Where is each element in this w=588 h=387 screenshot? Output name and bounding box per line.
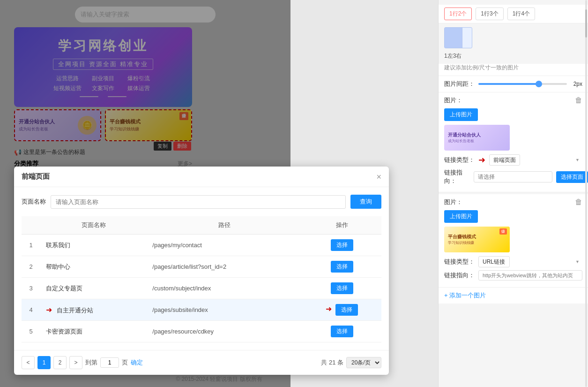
link-type-label-1: 链接类型： xyxy=(444,156,475,164)
spacing-row: 图片间距： 2px xyxy=(439,76,588,92)
link-type-row-2: 链接类型： URL链接 xyxy=(444,256,582,267)
table-row-highlighted: 4 ➜ 自主开通分站 /pages/subsite/index ➜ 选择 xyxy=(22,299,381,321)
table-cell-path-4: /pages/subsite/index xyxy=(147,299,302,321)
link-type-select-wrap-2: URL链接 xyxy=(478,256,582,267)
modal-title: 前端页面 xyxy=(22,172,50,181)
table-cell-name-5: 卡密资源页面 xyxy=(40,321,147,342)
red-arrow-icon-1: ➜ xyxy=(478,155,485,165)
link-type-select-wrap-1: 前端页面 xyxy=(489,154,582,166)
total-count: 共 21 条 xyxy=(321,358,343,367)
table-header-action: 操作 xyxy=(302,216,381,235)
image-preview-2: 平台赚钱模式 学习知识钱钱赚 赚 xyxy=(444,227,510,252)
add-image-button[interactable]: + 添加一个图片 xyxy=(439,288,588,304)
table-cell-id-4: 4 xyxy=(22,299,40,321)
modal-query-button[interactable]: 查询 xyxy=(350,195,381,209)
image-section-2-title: 图片： xyxy=(444,198,462,206)
right-panel: 1行2个 1行3个 1行4个 1左3右 建议添加比例/尺寸一致的图片 图片间距：… xyxy=(438,0,588,387)
upload-btn-2[interactable]: 上传图片 xyxy=(444,210,478,223)
slider-thumb[interactable] xyxy=(536,81,542,87)
select-button-4[interactable]: 选择 xyxy=(335,304,358,316)
modal-body: 页面名称 查询 页面名称 路径 操作 1 联系我们 /pages/my/cont… xyxy=(14,187,389,350)
modal-search-input[interactable] xyxy=(51,195,346,209)
layout-tab-1x2[interactable]: 1行2个 xyxy=(444,8,472,20)
table-row: 5 卡密资源页面 /pages/resource/cdkey 选择 xyxy=(22,321,381,342)
right-panel-scrollbar[interactable] xyxy=(585,0,588,387)
image-section-2-header: 图片： 🗑 xyxy=(444,198,582,206)
link-type-row-1: 链接类型： ➜ 前端页面 xyxy=(444,154,582,166)
layout-thumbnail xyxy=(444,27,472,48)
suggestion-text: 建议添加比例/尺寸一致的图片 xyxy=(439,64,588,76)
upload-btn-1[interactable]: 上传图片 xyxy=(444,108,478,121)
layout-tabs: 1行2个 1行3个 1行4个 xyxy=(439,5,588,23)
image-section-1-title: 图片： xyxy=(444,96,462,105)
table-cell-path-1: /pages/my/contact xyxy=(147,235,302,256)
table-cell-id-3: 3 xyxy=(22,278,40,299)
spacing-slider[interactable] xyxy=(478,83,567,85)
page-1-button[interactable]: 1 xyxy=(37,356,51,369)
table-cell-path-2: /pages/article/list?sort_id=2 xyxy=(147,256,302,278)
next-page-button[interactable]: > xyxy=(69,356,82,369)
page-goto-input[interactable] xyxy=(100,357,119,368)
table-header-row: 页面名称 路径 操作 xyxy=(22,216,381,235)
row-arrow-icon: ➜ xyxy=(46,305,52,314)
layout-thumb-left xyxy=(445,28,462,48)
image-section-1-header: 图片： 🗑 xyxy=(444,96,582,105)
scrollbar-track xyxy=(585,0,587,387)
scrollbar-thumb[interactable] xyxy=(585,9,587,38)
modal-close-button[interactable]: × xyxy=(376,173,381,181)
layout-label: 1左3右 xyxy=(439,52,588,64)
link-direction-row-1: 链接指向： 选择页面 xyxy=(444,168,582,185)
image-section-1: 图片： 🗑 上传图片 开通分站合伙人 成为站长告老板 链接类型： ➜ 前端页面 … xyxy=(439,92,588,192)
page-unit: 页 xyxy=(122,358,128,367)
modal-table: 页面名称 路径 操作 1 联系我们 /pages/my/contact 选择 2… xyxy=(22,216,381,342)
table-cell-action-2: 选择 xyxy=(302,256,381,278)
modal-header: 前端页面 × xyxy=(14,167,389,187)
table-cell-name-1: 联系我们 xyxy=(40,235,147,256)
link-direction-label-2: 链接指向： xyxy=(444,271,475,280)
per-page-select[interactable]: 20条/页 xyxy=(346,357,381,368)
link-direction-input-2[interactable] xyxy=(478,270,582,281)
spacing-label: 图片间距： xyxy=(444,80,475,88)
goto-label: 到第 xyxy=(85,358,97,367)
table-cell-id-2: 2 xyxy=(22,256,40,278)
img2-title: 平台赚钱模式 xyxy=(448,234,506,240)
layout-thumb-right xyxy=(462,28,472,48)
image-section-2: 图片： 🗑 上传图片 平台赚钱模式 学习知识钱钱赚 赚 链接类型： URL链接 … xyxy=(439,194,588,288)
select-button-3[interactable]: 选择 xyxy=(331,282,353,294)
table-cell-name-3: 自定义专题页 xyxy=(40,278,147,299)
layout-tab-1x3[interactable]: 1行3个 xyxy=(476,8,503,20)
table-cell-name-4: ➜ 自主开通分站 xyxy=(40,299,147,321)
table-cell-action-1: 选择 xyxy=(302,235,381,256)
table-cell-name-2: 帮助中心 xyxy=(40,256,147,278)
image-preview-1: 开通分站合伙人 成为站长告老板 xyxy=(444,125,510,151)
table-cell-path-3: /custom/subject/index xyxy=(147,278,302,299)
table-cell-path-5: /pages/resource/cdkey xyxy=(147,321,302,342)
link-direction-row-2: 链接指向： xyxy=(444,270,582,281)
select-button-1[interactable]: 选择 xyxy=(331,239,353,251)
pagination-confirm-button[interactable]: 确定 xyxy=(131,358,143,367)
table-cell-id-5: 5 xyxy=(22,321,40,342)
link-direction-input-1[interactable] xyxy=(474,171,552,182)
image-section-2-delete[interactable]: 🗑 xyxy=(575,198,582,206)
select-page-btn-1[interactable]: 选择页面 xyxy=(556,171,588,183)
image-section-1-delete[interactable]: 🗑 xyxy=(575,96,582,105)
prev-page-button[interactable]: < xyxy=(22,356,35,369)
table-header-index xyxy=(22,216,40,235)
select-button-5[interactable]: 选择 xyxy=(331,326,353,337)
img1-subtitle: 成为站长告老板 xyxy=(448,138,506,144)
link-type-label-2: 链接类型： xyxy=(444,258,475,266)
table-cell-action-4: ➜ 选择 xyxy=(302,299,381,321)
img1-title: 开通分站合伙人 xyxy=(448,132,506,138)
page-2-button[interactable]: 2 xyxy=(53,356,67,369)
table-row: 3 自定义专题页 /custom/subject/index 选择 xyxy=(22,278,381,299)
select-button-2[interactable]: 选择 xyxy=(331,261,353,273)
table-row: 1 联系我们 /pages/my/contact 选择 xyxy=(22,235,381,256)
link-direction-label-1: 链接指向： xyxy=(444,168,470,185)
modal-pagination: < 1 2 > 到第 页 确定 共 21 条 20条/页 xyxy=(14,350,389,375)
layout-tab-1x4[interactable]: 1行4个 xyxy=(507,8,535,20)
table-cell-action-5: 选择 xyxy=(302,321,381,342)
spacing-value: 2px xyxy=(571,81,582,87)
modal-dialog: 前端页面 × 页面名称 查询 页面名称 路径 操作 1 联系我们 xyxy=(14,167,389,375)
link-type-select-1[interactable]: 前端页面 xyxy=(489,154,520,166)
link-type-select-2[interactable]: URL链接 xyxy=(478,256,510,267)
